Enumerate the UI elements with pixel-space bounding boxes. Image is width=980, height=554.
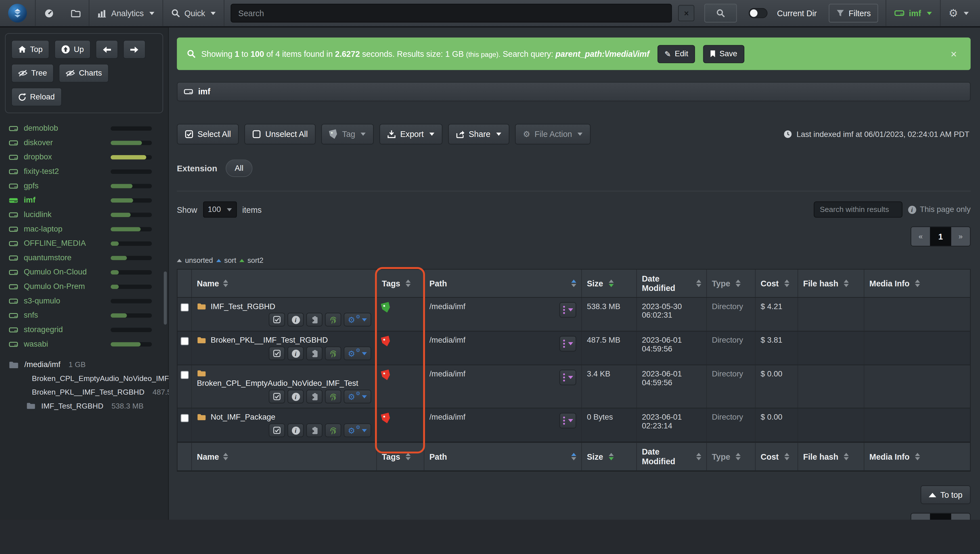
item-menu-button[interactable] <box>559 336 576 351</box>
fingerprint-button[interactable] <box>325 313 341 326</box>
sort-arrows-icon[interactable] <box>736 453 741 460</box>
select-all-button[interactable]: Select All <box>177 124 239 145</box>
tags-cell[interactable] <box>376 332 423 365</box>
items-per-page-select[interactable]: 100 <box>203 201 237 218</box>
analytics-menu[interactable]: Analytics <box>89 0 163 26</box>
copy-path-button[interactable] <box>306 423 323 437</box>
column-header[interactable]: Path <box>424 443 581 471</box>
sidebar-volume-item[interactable]: s3-qumulo <box>5 295 163 307</box>
sidebar-volume-item[interactable]: diskover <box>5 137 163 148</box>
file-action-menu-button[interactable]: ⚙ File Action <box>515 124 591 145</box>
column-header[interactable]: Path <box>424 270 581 297</box>
column-header[interactable]: File hash <box>797 270 864 297</box>
copy-path-button[interactable] <box>306 313 323 326</box>
item-name-link[interactable]: Broken_PKL__IMF_Test_RGBHD <box>211 336 328 345</box>
item-path-link[interactable]: /media/imf <box>429 370 465 378</box>
actions-dropdown-button[interactable]: ⚙⚙ <box>344 423 371 437</box>
sort-arrows-icon[interactable] <box>609 279 614 287</box>
save-query-button[interactable]: Save <box>703 45 744 63</box>
item-name-link[interactable]: Broken_CPL_EmptyAudio_NoVideo_IMF_Test <box>197 379 358 388</box>
row-checkbox[interactable] <box>180 303 188 312</box>
sort-arrows-icon[interactable] <box>784 453 789 460</box>
select-item-button[interactable] <box>269 346 285 360</box>
next-page-button[interactable]: » <box>951 227 970 246</box>
reload-button[interactable]: Reload <box>11 88 62 106</box>
item-menu-button[interactable] <box>559 413 576 428</box>
item-path-link[interactable]: /media/imf <box>429 302 465 311</box>
current-dir-toggle[interactable] <box>749 8 768 18</box>
column-header[interactable]: Media Info <box>864 270 970 297</box>
sort-arrows-icon[interactable] <box>915 279 920 287</box>
prev-page-button[interactable]: « <box>911 513 930 520</box>
info-button[interactable]: i <box>288 423 304 437</box>
sort-arrows-icon[interactable] <box>844 279 849 287</box>
sidebar-volume-item[interactable]: OFFLINE_MEDIA <box>5 238 163 249</box>
column-header[interactable]: Cost <box>755 443 797 471</box>
fingerprint-button[interactable] <box>325 346 341 360</box>
sidebar-volume-item[interactable]: wasabi <box>5 338 163 350</box>
column-header[interactable]: Media Info <box>864 443 970 471</box>
item-menu-button[interactable] <box>559 302 576 318</box>
sort-arrows-icon[interactable] <box>609 453 614 460</box>
sort-arrows-icon[interactable] <box>406 279 411 287</box>
to-top-button[interactable]: To top <box>920 485 970 504</box>
tags-cell[interactable] <box>376 366 423 408</box>
tree-toggle-button[interactable]: Tree <box>11 64 54 83</box>
tree-root-item[interactable]: /media/imf 1 GB <box>9 360 163 369</box>
sort-arrows-icon[interactable] <box>223 279 229 287</box>
sort-arrows-icon[interactable] <box>571 279 576 287</box>
column-header[interactable]: Tags <box>376 443 423 471</box>
app-logo[interactable] <box>0 0 35 26</box>
copy-path-button[interactable] <box>306 346 323 360</box>
sort-arrows-icon[interactable] <box>736 279 741 287</box>
sort-arrows-icon[interactable] <box>696 279 701 287</box>
settings-menu[interactable]: ⚙ <box>940 0 980 26</box>
prev-page-button[interactable]: « <box>911 227 930 246</box>
index-selector[interactable]: imf <box>886 0 940 26</box>
select-item-button[interactable] <box>269 390 285 404</box>
banner-close-button[interactable]: × <box>947 48 961 60</box>
select-item-button[interactable] <box>269 423 285 437</box>
sidebar-volume-item[interactable]: lucidlink <box>5 209 163 220</box>
sidebar-volume-item[interactable]: demoblob <box>5 123 163 134</box>
tree-child-item[interactable]: IMF_Test_RGBHD538.3 MB <box>26 401 163 410</box>
row-checkbox[interactable] <box>180 337 188 345</box>
item-name-link[interactable]: IMF_Test_RGBHD <box>211 302 275 311</box>
sort-arrows-icon[interactable] <box>571 453 576 460</box>
sort-arrows-icon[interactable] <box>223 453 229 460</box>
sort-link[interactable]: sort <box>224 257 236 264</box>
sidebar-volume-item[interactable]: imf <box>5 195 163 206</box>
top-button[interactable]: Top <box>11 40 50 59</box>
item-path-link[interactable]: /media/imf <box>429 336 465 345</box>
sort-arrows-icon[interactable] <box>696 453 701 460</box>
edit-query-button[interactable]: ✎Edit <box>657 45 695 63</box>
item-name-link[interactable]: Not_IMF_Package <box>211 413 275 421</box>
column-header[interactable]: Size <box>581 270 636 297</box>
tags-cell[interactable] <box>376 409 423 442</box>
actions-dropdown-button[interactable]: ⚙⚙ <box>344 390 371 404</box>
select-item-button[interactable] <box>269 313 285 326</box>
info-button[interactable]: i <box>288 390 304 404</box>
copy-path-button[interactable] <box>306 390 323 404</box>
forward-button[interactable] <box>123 40 146 59</box>
sidebar-volume-item[interactable]: dropbox <box>5 152 163 163</box>
item-path-link[interactable]: /media/imf <box>429 413 465 421</box>
sort-arrows-icon[interactable] <box>784 279 789 287</box>
next-page-button[interactable]: » <box>951 513 970 520</box>
column-header[interactable]: Type <box>706 443 755 471</box>
export-menu-button[interactable]: Export <box>380 124 442 145</box>
current-page-button[interactable]: 1 <box>930 513 951 520</box>
column-header[interactable]: Name <box>191 443 377 471</box>
quick-menu[interactable]: Quick <box>163 0 224 26</box>
column-header[interactable]: Size <box>581 443 636 471</box>
column-header[interactable]: File hash <box>797 443 864 471</box>
actions-dropdown-button[interactable]: ⚙⚙ <box>344 313 371 326</box>
unsorted-link[interactable]: unsorted <box>185 257 213 264</box>
tree-child-item[interactable]: Broken_PKL__IMF_Test_RGBHD487.5 MB <box>26 388 163 397</box>
share-menu-button[interactable]: Share <box>448 124 509 145</box>
sidebar-volume-item[interactable]: snfs <box>5 310 163 321</box>
sidebar-scrollbar[interactable] <box>164 271 167 324</box>
current-page-button[interactable]: 1 <box>930 227 951 246</box>
sidebar-volume-item[interactable]: mac-laptop <box>5 223 163 235</box>
column-header[interactable]: Date Modified <box>636 270 706 297</box>
